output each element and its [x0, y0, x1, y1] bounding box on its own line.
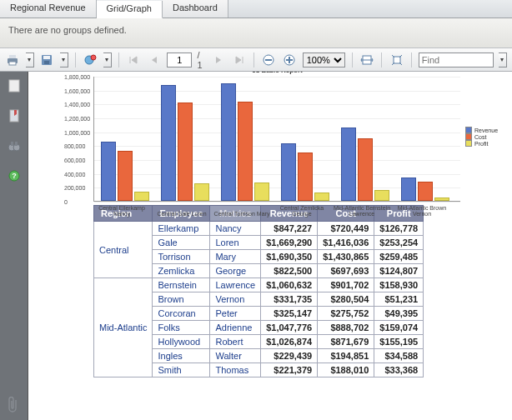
save-button[interactable] [39, 52, 55, 68]
cell-firstname[interactable]: Lawrence [210, 278, 261, 292]
bar-group [281, 143, 329, 201]
cell-firstname[interactable]: Peter [210, 307, 261, 321]
cell-profit: $51,231 [374, 292, 424, 307]
print-dropdown[interactable]: ▾ [26, 52, 34, 68]
tab-regional-revenue[interactable]: Regional Revenue [0, 0, 97, 18]
page-icon [8, 79, 20, 92]
bar-cost [178, 102, 193, 201]
bar-profit [134, 192, 149, 201]
cell-lastname[interactable]: Ingles [153, 349, 210, 363]
server-dropdown[interactable]: ▾ [103, 52, 112, 68]
x-category: Central Ellerkamp Nancy [93, 205, 151, 218]
bar-group [221, 83, 269, 201]
sidebar-help-button[interactable]: ? [7, 168, 22, 183]
chart: 01 Basic Report 0200,000400,000600,00080… [93, 77, 460, 202]
zoom-select[interactable]: 100% [303, 52, 345, 68]
fit-page-button[interactable] [389, 52, 404, 68]
cell-region[interactable]: Central [94, 222, 153, 278]
bar-group [101, 142, 149, 201]
cell-lastname[interactable]: Zemlicka [153, 264, 210, 278]
svg-rect-4 [43, 56, 50, 59]
table-row: CentralEllerkampNancy$847,227$720,449$12… [94, 222, 424, 236]
cell-region[interactable]: Mid-Atlantic [94, 278, 153, 378]
cell-profit: $155,195 [374, 335, 424, 349]
cell-profit: $253,254 [374, 236, 424, 250]
cell-firstname[interactable]: Vernon [210, 292, 261, 307]
zoom-in-button[interactable] [282, 52, 298, 68]
page-input[interactable] [167, 52, 192, 68]
find-input[interactable] [419, 52, 494, 68]
bar-group [341, 128, 389, 201]
last-page-button[interactable] [231, 52, 247, 68]
bar-revenue [161, 85, 176, 201]
svg-rect-15 [9, 80, 19, 92]
cell-revenue: $221,379 [261, 363, 318, 378]
cell-profit: $49,395 [374, 307, 424, 321]
tab-dashboard[interactable]: Dashboard [163, 0, 228, 18]
cell-firstname[interactable]: Mary [210, 250, 261, 264]
cell-lastname[interactable]: Corcoran [153, 307, 210, 321]
bar-cost [418, 182, 433, 201]
cell-lastname[interactable]: Folks [153, 321, 210, 335]
cell-lastname[interactable]: Brown [153, 292, 210, 307]
tab-grid-graph[interactable]: Grid/Graph [97, 1, 163, 18]
cell-profit: $159,074 [374, 321, 424, 335]
svg-rect-2 [9, 62, 16, 65]
report-viewport[interactable]: 01 Basic Report 0200,000400,000600,00080… [28, 72, 512, 420]
cell-firstname[interactable]: George [210, 264, 261, 278]
bar-profit [374, 190, 389, 201]
separator [118, 52, 119, 68]
sidebar-bookmark-button[interactable] [7, 108, 22, 123]
bar-revenue [341, 128, 356, 201]
group-bar: There are no groups defined. [0, 18, 512, 48]
cell-lastname[interactable]: Torrison [153, 250, 210, 264]
globe-pin-icon [83, 54, 97, 66]
bar-profit [434, 198, 449, 201]
cell-revenue: $1,047,776 [261, 321, 318, 335]
x-category: Central Torrison Mary [213, 211, 271, 218]
save-dropdown[interactable]: ▾ [60, 52, 68, 68]
cell-cost: $871,679 [318, 335, 374, 349]
server-button[interactable] [83, 52, 98, 68]
y-tick: 400,000 [64, 171, 85, 177]
legend-swatch [465, 133, 472, 140]
cell-lastname[interactable]: Bernstein [153, 278, 210, 292]
cell-lastname[interactable]: Smith [153, 363, 210, 378]
y-tick: 200,000 [64, 185, 85, 191]
print-button[interactable] [5, 52, 21, 68]
sidebar-page-button[interactable] [7, 78, 22, 93]
first-page-button[interactable] [126, 52, 142, 68]
cell-lastname[interactable]: Hollywood [153, 335, 210, 349]
cell-lastname[interactable]: Gale [153, 236, 210, 250]
separator [75, 52, 76, 68]
next-icon [214, 55, 223, 65]
bar-profit [254, 182, 269, 201]
svg-rect-20 [15, 142, 18, 146]
x-category: Central Gale Loren [153, 211, 211, 218]
attachment-icon[interactable] [7, 397, 20, 413]
cell-firstname[interactable]: Thomas [210, 363, 261, 378]
fit-width-button[interactable] [359, 52, 375, 68]
cell-firstname[interactable]: Nancy [210, 222, 261, 236]
cell-revenue: $331,735 [261, 292, 318, 307]
prev-page-button[interactable] [147, 52, 163, 68]
zoom-out-button[interactable] [261, 52, 277, 68]
cell-firstname[interactable]: Loren [210, 236, 261, 250]
bar-revenue [101, 142, 116, 201]
prev-icon [150, 55, 158, 65]
sidebar-binoculars-button[interactable] [7, 138, 22, 153]
bar-group [401, 178, 449, 201]
svg-rect-12 [289, 57, 290, 63]
cell-firstname[interactable]: Walter [210, 349, 261, 363]
tab-bar: Regional Revenue Grid/Graph Dashboard [0, 0, 512, 18]
cell-lastname[interactable]: Ellerkamp [153, 222, 210, 236]
minus-circle-icon [263, 54, 274, 66]
cell-profit: $126,778 [374, 222, 424, 236]
svg-rect-5 [44, 61, 49, 64]
toolbar: ▾ ▾ ▾ / 1 100% ▾ [0, 48, 512, 72]
cell-firstname[interactable]: Robert [210, 335, 261, 349]
next-page-button[interactable] [211, 52, 227, 68]
legend-label: Cost [474, 134, 486, 140]
cell-firstname[interactable]: Adrienne [210, 321, 261, 335]
find-dropdown[interactable]: ▾ [499, 52, 507, 68]
